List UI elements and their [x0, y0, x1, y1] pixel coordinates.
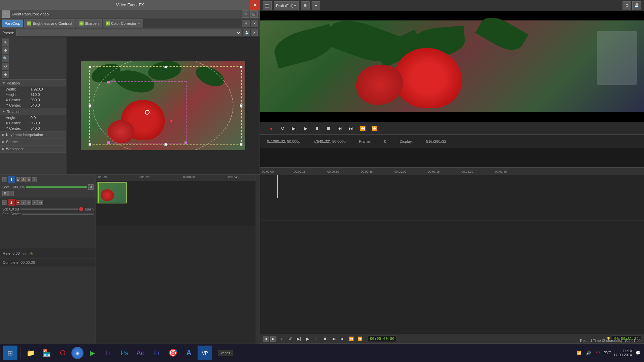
- main-slow-fwd-btn[interactable]: ⏩: [356, 335, 364, 343]
- rotate-tool-btn[interactable]: ↺: [2, 63, 9, 70]
- preview-play-btn[interactable]: ▶: [301, 124, 310, 133]
- preview-play-from-btn[interactable]: ▶|: [290, 124, 299, 133]
- track-2-record[interactable]: ●: [16, 200, 20, 205]
- preview-next-frame-btn[interactable]: ⏭: [347, 124, 356, 133]
- main-pause-btn[interactable]: ⏸: [313, 335, 320, 343]
- rate-arrows[interactable]: ⇔: [22, 251, 26, 256]
- preset-close-btn[interactable]: ✕: [251, 29, 258, 36]
- vfx-close-btn[interactable]: ✕: [250, 0, 260, 10]
- taskbar-store[interactable]: 🏪: [39, 346, 54, 360]
- rot-xcenter-value[interactable]: 960,0: [31, 121, 40, 125]
- taskbar-active-window[interactable]: Vegas: [218, 350, 233, 356]
- main-scroll-left[interactable]: ◀: [263, 336, 269, 342]
- track-1-env[interactable]: ↗: [32, 177, 37, 182]
- track-1-solo[interactable]: S: [16, 177, 20, 182]
- preview-slow-fwd-btn[interactable]: ⏩: [370, 124, 378, 133]
- timeline-vscroll[interactable]: [256, 175, 260, 352]
- height-value[interactable]: 810,0: [31, 93, 40, 97]
- preview-stop-btn[interactable]: ⏹: [324, 124, 333, 133]
- preview-save-btn[interactable]: 💾: [632, 1, 641, 10]
- main-record-btn[interactable]: ●: [278, 335, 285, 343]
- tab-colorcorrect[interactable]: ✓ Color Corrector ↩: [103, 19, 143, 27]
- tab-brightness[interactable]: ✓ Brightness and Contrast: [24, 19, 75, 27]
- main-play-from-btn[interactable]: ▶|: [295, 335, 303, 343]
- tab-pancrop[interactable]: Pan/Crop: [2, 19, 23, 27]
- tray-lang[interactable]: РУС: [604, 350, 611, 356]
- taskbar-chrome[interactable]: ◉: [71, 347, 84, 359]
- tray-sound[interactable]: 🔊: [585, 350, 592, 356]
- tray-security[interactable]: 🛡: [595, 350, 601, 356]
- xcenter-value[interactable]: 960,0: [31, 98, 40, 102]
- track-1-more[interactable]: ⋮: [91, 178, 94, 181]
- tray-notifications[interactable]: 💬: [635, 350, 641, 356]
- preset-save-btn[interactable]: 💾: [244, 29, 250, 36]
- preview-quality-btn[interactable]: Draft (Full) ▼: [274, 1, 299, 10]
- pan-slider[interactable]: [22, 214, 94, 215]
- main-slow-rev-btn[interactable]: ⏪: [347, 335, 355, 343]
- anchor-tool-btn[interactable]: ⊕: [2, 71, 9, 78]
- taskbar-premiere[interactable]: Pr: [149, 346, 164, 360]
- select-tool-btn[interactable]: ↖: [2, 39, 9, 46]
- track-2-input[interactable]: -Inf.: [37, 200, 43, 205]
- position-section-header[interactable]: ▼ Position: [0, 80, 66, 86]
- track-2-fx[interactable]: ⚙: [26, 200, 31, 205]
- track-comp-btn[interactable]: ⊞: [2, 191, 8, 196]
- taskbar-aftereffects[interactable]: Ae: [133, 346, 148, 360]
- width-value[interactable]: 1 920,0: [31, 87, 43, 91]
- tab-add-fx-btn[interactable]: +: [243, 20, 250, 27]
- ycenter-value[interactable]: 540,0: [31, 103, 40, 107]
- main-play-btn[interactable]: ▶: [304, 335, 311, 343]
- preview-prev-frame-btn[interactable]: ⏮: [335, 124, 344, 133]
- track-1-mute[interactable]: ≡: [2, 177, 7, 182]
- preview-record-btn[interactable]: ●: [267, 124, 276, 133]
- main-next-btn[interactable]: ⏭: [339, 335, 346, 343]
- main-scroll-right[interactable]: ▶: [270, 336, 276, 342]
- main-stop-btn[interactable]: ⏹: [321, 335, 329, 343]
- vfx-grid-btn[interactable]: ⊞: [250, 10, 258, 18]
- track-1-lock[interactable]: 🔒: [21, 177, 26, 182]
- vol-slider[interactable]: [20, 208, 78, 210]
- taskbar-winamp[interactable]: ▶: [85, 346, 100, 360]
- tray-network[interactable]: 📶: [576, 350, 583, 356]
- track-2-env[interactable]: ↗: [32, 200, 37, 205]
- tab-sharpen[interactable]: ✓ Sharpen: [76, 19, 102, 27]
- taskbar-app10[interactable]: A: [181, 346, 196, 360]
- zoom-tool-btn[interactable]: 🔍: [2, 55, 9, 62]
- tab-remove-fx-btn[interactable]: ×: [251, 20, 258, 27]
- taskbar-opera[interactable]: O: [55, 346, 70, 360]
- preview-loop-btn[interactable]: ↺: [278, 124, 287, 133]
- preview-camera-btn[interactable]: 📷: [263, 1, 272, 10]
- preset-select[interactable]: [16, 29, 241, 36]
- start-button[interactable]: ⊞: [3, 346, 17, 360]
- level-reset-1[interactable]: ↺: [88, 184, 94, 190]
- workspace-section-header[interactable]: ▶ Workspace: [0, 145, 66, 152]
- taskbar-lightroom[interactable]: Lr: [101, 346, 116, 360]
- level-slider-1[interactable]: [26, 186, 87, 188]
- taskbar-app9[interactable]: 🎯: [165, 346, 180, 360]
- preview-slow-rev-btn[interactable]: ⏪: [358, 124, 367, 133]
- rot-ycenter-value[interactable]: 540,0: [31, 126, 40, 130]
- main-loop-btn[interactable]: ↺: [286, 335, 294, 343]
- preview-grid-arrow[interactable]: ▼: [312, 1, 320, 10]
- video-clip[interactable]: [97, 182, 127, 203]
- source-section-header[interactable]: ▶ Source: [0, 138, 66, 145]
- angle-value[interactable]: 0,0: [31, 116, 36, 120]
- track-1-fx[interactable]: ⚙: [26, 177, 31, 182]
- preview-image: [81, 61, 245, 150]
- rotation-section-header[interactable]: ▼ Rotation: [0, 108, 66, 115]
- main-prev-btn[interactable]: ⏮: [330, 335, 337, 343]
- vol-record-btn[interactable]: [79, 207, 83, 211]
- keyframe-section-header[interactable]: ▶ Keyframe interpolation: [0, 131, 66, 138]
- move-tool-btn[interactable]: ✥: [2, 47, 9, 54]
- system-clock[interactable]: 11:10 17.09.2014: [613, 349, 632, 357]
- preview-pause-btn[interactable]: ⏸: [313, 124, 321, 133]
- taskbar-explorer[interactable]: 📁: [23, 346, 38, 360]
- taskbar-app11[interactable]: VP: [198, 346, 212, 360]
- track-2-mute[interactable]: ≡: [2, 200, 7, 205]
- taskbar-photoshop[interactable]: Ps: [117, 346, 132, 360]
- track-2-solo[interactable]: S: [21, 200, 26, 205]
- vfx-settings-btn[interactable]: ≡: [242, 10, 249, 18]
- preview-grid-btn[interactable]: ⊞: [301, 1, 310, 10]
- track-motion-btn[interactable]: ↕: [8, 191, 14, 196]
- preview-snap-btn[interactable]: ⊡: [623, 1, 631, 10]
